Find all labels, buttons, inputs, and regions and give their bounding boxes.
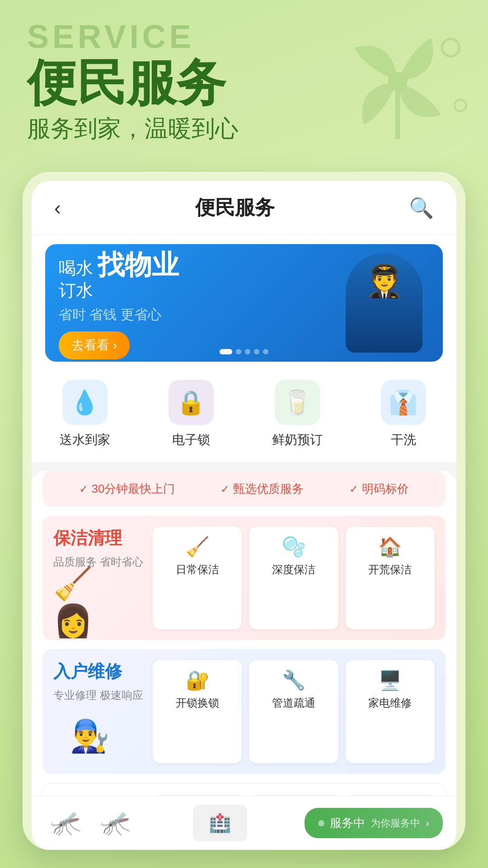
banner-cta-button[interactable]: 去看看 › <box>59 331 130 359</box>
page-title: 便民服务 <box>195 194 275 221</box>
quick-item-water[interactable]: 💧 送水到家 <box>32 380 138 448</box>
pipe-icon: 🔧 <box>282 669 305 691</box>
milk-label: 鲜奶预订 <box>272 431 323 448</box>
tag-quality: ✓ 甄选优质服务 <box>221 481 304 497</box>
services-area: ✓ 30分钟最快上门 ✓ 甄选优质服务 ✓ 明码标价 保洁清理 品质服务 省时 <box>32 471 456 841</box>
dot-4 <box>254 349 259 354</box>
bottom-bar: 🦟 🦟 🏥 服务中 为你服务中 › <box>32 796 456 841</box>
tag-price-label: 明码标价 <box>362 481 409 497</box>
service-thumbnail: 🏥 <box>193 805 247 841</box>
banner-container: 喝水 找物业 订水 省时 省钱 更省心 去看看 › 🧑‍✈️ <box>32 235 456 371</box>
service-active-label: 服务中 <box>330 815 365 831</box>
cleaning-section: 保洁清理 品质服务 省时省心 🧹👩 🧹 日常保洁 🫧 深度保洁 <box>42 516 446 640</box>
dot-3 <box>245 349 250 354</box>
svg-point-3 <box>455 100 466 112</box>
repair-info: 入户维修 专业修理 极速响应 👨‍🔧 <box>53 660 144 763</box>
pipe-btn[interactable]: 🔧 管道疏通 <box>249 660 338 763</box>
tag-quality-label: 甄选优质服务 <box>233 481 304 497</box>
cleaning-services-grid: 🧹 日常保洁 🫧 深度保洁 🏠 开荒保洁 <box>153 527 435 629</box>
chevron-right-icon: › <box>426 817 429 830</box>
banner-tagline: 省时 省钱 更省心 <box>59 306 339 324</box>
tags-bar: ✓ 30分钟最快上门 ✓ 甄选优质服务 ✓ 明码标价 <box>42 471 446 507</box>
cleaning-person-icon: 🧹👩 <box>53 575 126 629</box>
mosquito-icon-2: 🦟 <box>95 803 136 841</box>
appliance-repair-icon: 🖥️ <box>378 669 402 691</box>
water-icon: 💧 <box>62 380 108 425</box>
mosquito-icon-1: 🦟 <box>45 803 86 841</box>
dot-5 <box>263 349 268 354</box>
repair-desc: 专业修理 极速响应 <box>53 687 144 704</box>
repair-section: 入户维修 专业修理 极速响应 👨‍🔧 🔐 开锁换锁 🔧 管道疏通 <box>42 649 446 774</box>
phone-inner: ‹ 便民服务 🔍 喝水 找物业 订水 省时 省钱 更省心 去看看 › <box>32 181 456 841</box>
dot-2 <box>236 349 241 354</box>
cleaning-title: 保洁清理 <box>53 527 144 550</box>
pinwheel-decoration <box>325 9 470 154</box>
tag-speed: ✓ 30分钟最快上门 <box>79 481 175 497</box>
cleaning-info: 保洁清理 品质服务 省时省心 🧹👩 <box>53 527 144 629</box>
chip-indicator <box>318 820 324 826</box>
move-cleaning-btn[interactable]: 🏠 开荒保洁 <box>346 527 435 629</box>
elock-icon: 🔒 <box>169 380 214 425</box>
search-button[interactable]: 🔍 <box>409 196 434 220</box>
banner-line1a: 喝水 <box>59 257 93 280</box>
svg-rect-1 <box>395 81 400 139</box>
banner-dots <box>220 349 268 354</box>
banner-line2: 找物业 <box>98 247 179 283</box>
main-subtitle: 服务到家，温暖到心 <box>27 113 239 145</box>
quick-item-dryclean[interactable]: 👔 干洗 <box>350 380 456 448</box>
deep-cleaning-icon: 🫧 <box>282 536 305 558</box>
phone-card: ‹ 便民服务 🔍 喝水 找物业 订水 省时 省钱 更省心 去看看 › <box>23 172 465 850</box>
service-active-chip[interactable]: 服务中 为你服务中 › <box>305 808 443 838</box>
main-title: 便民服务 <box>27 50 226 117</box>
daily-cleaning-label: 日常保洁 <box>176 562 219 577</box>
svg-point-2 <box>442 39 459 56</box>
pipe-label: 管道疏通 <box>272 696 315 710</box>
service-active-sublabel: 为你服务中 <box>371 816 420 830</box>
pest-icons-area: 🦟 🦟 <box>45 803 136 841</box>
back-button[interactable]: ‹ <box>54 197 61 219</box>
dryclean-label: 干洗 <box>391 431 416 448</box>
move-cleaning-label: 开荒保洁 <box>368 562 412 577</box>
quick-access-grid: 💧 送水到家 🔒 电子锁 🥛 鲜奶预订 👔 干洗 <box>32 371 456 462</box>
daily-cleaning-icon: 🧹 <box>186 536 209 558</box>
water-label: 送水到家 <box>60 431 110 448</box>
repair-person-icon: 👨‍🔧 <box>53 709 126 763</box>
tag-price: ✓ 明码标价 <box>349 481 409 497</box>
deep-cleaning-btn[interactable]: 🫧 深度保洁 <box>249 527 338 629</box>
repair-title: 入户维修 <box>53 660 144 683</box>
move-cleaning-icon: 🏠 <box>378 536 402 558</box>
banner-text-area: 喝水 找物业 订水 省时 省钱 更省心 去看看 › <box>59 247 339 359</box>
deep-cleaning-label: 深度保洁 <box>272 562 315 577</box>
quick-item-elock[interactable]: 🔒 电子锁 <box>138 380 244 448</box>
dot-1 <box>220 349 232 354</box>
locksmith-label: 开锁换锁 <box>176 696 219 710</box>
quick-item-milk[interactable]: 🥛 鲜奶预订 <box>244 380 350 448</box>
appliance-repair-btn[interactable]: 🖥️ 家电维修 <box>346 660 435 763</box>
dryclean-icon: 👔 <box>381 380 426 425</box>
locksmith-btn[interactable]: 🔐 开锁换锁 <box>153 660 242 763</box>
milk-icon: 🥛 <box>275 380 320 425</box>
app-header: ‹ 便民服务 🔍 <box>32 181 456 235</box>
banner-image: 🧑‍✈️ <box>339 249 429 357</box>
elock-label: 电子锁 <box>172 431 210 448</box>
locksmith-icon: 🔐 <box>186 669 209 691</box>
promo-banner[interactable]: 喝水 找物业 订水 省时 省钱 更省心 去看看 › 🧑‍✈️ <box>45 244 443 362</box>
repair-services-grid: 🔐 开锁换锁 🔧 管道疏通 🖥️ 家电维修 <box>153 660 435 763</box>
appliance-repair-label: 家电维修 <box>368 696 412 710</box>
tag-speed-label: 30分钟最快上门 <box>92 481 175 497</box>
daily-cleaning-btn[interactable]: 🧹 日常保洁 <box>153 527 242 629</box>
